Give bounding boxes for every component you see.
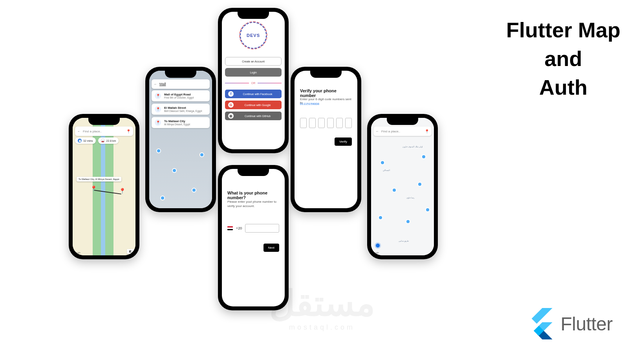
back-icon[interactable]: ← [376,130,379,133]
otp-digit-input[interactable] [300,118,307,128]
suggestion-title: To Mallawi City [164,119,190,123]
suggestion-title: El Mallah Street [164,106,202,110]
otp-digit-input[interactable] [318,118,325,128]
search-bar[interactable]: ← Mall [152,79,210,89]
phone-search-suggestions: ← Mall 📍 Mall of Egypt RoadFirst 6th of … [145,67,216,212]
otp-digit-input[interactable] [309,118,316,128]
next-label: Next [268,246,274,249]
location-icon: 📍 [155,119,161,126]
my-location-icon[interactable] [376,244,380,248]
create-account-label: Create an Account [242,60,265,63]
car-icon: 🚗 [101,139,105,143]
phone-subtitle: Please enter yout phone number to verify… [227,200,279,208]
otp-digit-input[interactable] [336,118,343,128]
logo-text: DEVS [247,33,260,38]
verify-label: Verify [339,140,347,143]
marker-end-icon[interactable]: 📍 [119,188,126,194]
facebook-icon: f [228,91,234,97]
search-bar[interactable]: ← Find a place.. 📍 [75,126,133,136]
page-title: Flutter Map and Auth [506,16,620,102]
map-background-light[interactable]: اولى ملك المنوف خارون المساكن رضا حاوى ط… [371,118,434,255]
google-attribution: Google [74,251,80,254]
title-line-3: Auth [506,73,620,102]
search-placeholder: Find a place.. [381,130,422,133]
suggestion-item[interactable]: 📍 El Mallah StreetBeit Dawoud Sahl, Khar… [152,104,210,115]
phone-auth: DEVS Create an Account Login OR fContinu… [218,8,289,153]
otp-digit-input[interactable] [345,118,352,128]
marker-start-icon[interactable]: 📍 [90,185,97,192]
search-query: Mall [159,82,166,86]
continue-github-button[interactable]: ◉Continue with GitHub [225,112,282,120]
suggestion-list: 📍 Mall of Egypt RoadFirst 6th of October… [152,90,210,128]
suggestion-title: Mall of Egypt Road [164,93,194,96]
clock-icon: 🕑 [78,139,82,143]
continue-facebook-button[interactable]: fContinue with Facebook [225,90,282,98]
auth-divider: OR [225,82,282,84]
create-account-button[interactable]: Create an Account [225,57,282,66]
phone-input-row: +20 [227,224,279,233]
route-tooltip: To Mallawi City, Al Minya Desert, Egypt [77,177,121,182]
continue-google-button[interactable]: GContinue with Google [225,101,282,109]
location-icon: 📍 [155,93,161,99]
duration-value: 32 mins [83,139,93,142]
verify-title: Verify your phone number [300,88,352,98]
or-label: OR [251,82,256,84]
login-label: Login [250,71,256,74]
next-button[interactable]: Next [263,244,279,252]
phone-map-search: اولى ملك المنوف خارون المساكن رضا حاوى ط… [367,114,438,259]
location-pin-icon[interactable]: 📍 [424,129,429,134]
google-attribution: Google [373,251,379,254]
country-code: +20 [236,226,242,230]
github-icon: ◉ [228,113,234,119]
phone-title: What is your phone number? [227,191,279,200]
otp-digit-input[interactable] [327,118,334,128]
phone-map-route: ← Find a place.. 📍 🕑32 mins 🚗22.8 km To … [69,114,139,259]
github-label: Continue with GitHub [237,115,278,117]
suggestion-item[interactable]: 📍 To Mallawi CityAl Minya Desert, Egypt [152,117,210,128]
title-line-1: Flutter Map [506,16,620,44]
flutter-logo-icon [527,308,553,339]
otp-input-row [300,118,352,128]
flutter-brand: Flutter [527,308,613,339]
back-icon[interactable]: ← [77,130,80,133]
app-logo: DEVS [240,22,267,49]
suggestion-subtitle: First 6th of October, Egypt [164,96,194,99]
flutter-brand-text: Flutter [560,313,613,335]
location-icon: 📍 [155,106,161,112]
distance-value: 22.8 km [106,139,116,142]
title-line-2: and [506,44,620,73]
map-layers-button[interactable]: ◧ [127,249,134,254]
country-flag-icon[interactable] [227,226,233,230]
location-pin-icon[interactable]: 📍 [126,129,131,134]
google-label: Continue with Google [237,104,278,106]
search-bar[interactable]: ← Find a place.. 📍 [373,126,432,136]
route-chips: 🕑32 mins 🚗22.8 km [75,138,119,144]
suggestion-subtitle: Al Minya Desert, Egypt [164,123,190,126]
phone-number-entry: What is your phone number? Please enter … [218,165,289,310]
duration-chip[interactable]: 🕑32 mins [75,138,96,144]
phone-verify-code: Verify your phone number Enter your 6 di… [291,67,361,212]
verify-button[interactable]: Verify [335,138,352,146]
distance-chip[interactable]: 🚗22.8 km [98,138,119,144]
verify-phone-number: 01115159008 [300,102,319,106]
google-icon: G [228,102,234,108]
suggestion-item[interactable]: 📍 Mall of Egypt RoadFirst 6th of October… [152,90,210,101]
phone-number-input[interactable] [245,224,279,233]
facebook-label: Continue with Facebook [237,93,278,95]
login-button[interactable]: Login [225,68,282,77]
watermark-sub: mostaql.com [289,323,355,332]
back-icon[interactable]: ← [154,82,157,86]
search-placeholder: Find a place.. [83,130,124,133]
suggestion-subtitle: Beit Dawoud Sahl, Kharga, Egypt [164,110,202,112]
